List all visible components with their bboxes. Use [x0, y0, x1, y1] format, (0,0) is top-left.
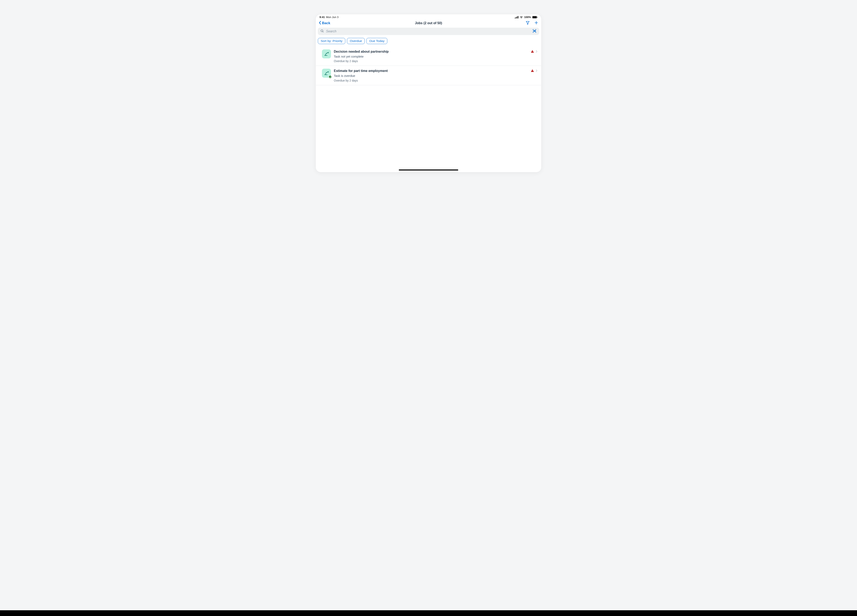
svg-point-17	[326, 53, 327, 54]
job-row-right	[531, 69, 538, 73]
job-title: Estimate for part time employment	[334, 69, 528, 73]
job-title: Decision needed about partnership	[334, 50, 528, 54]
app-window: 9:41 Mon Jun 3 100%	[316, 14, 541, 172]
status-date: Mon Jun 3	[326, 15, 339, 19]
job-row[interactable]: Estimate for part time employmentTask is…	[316, 66, 541, 85]
job-meta: Overdue by 2 days	[334, 79, 528, 82]
job-row-right	[531, 50, 538, 54]
job-text: Decision needed about partnershipTask no…	[334, 50, 528, 63]
check-badge-icon	[328, 75, 332, 79]
svg-point-19	[326, 72, 327, 73]
cellular-icon	[515, 16, 518, 19]
search-icon	[320, 29, 324, 34]
chevron-right-icon	[536, 69, 538, 73]
barcode-scan-button[interactable]	[532, 29, 537, 34]
battery-icon	[532, 16, 538, 19]
page-title: Jobs (2 out of 50)	[415, 21, 442, 25]
status-time: 9:41	[319, 15, 325, 19]
sort-chip[interactable]: Sort by: Priority	[318, 38, 345, 44]
filter-button[interactable]	[526, 21, 530, 26]
svg-rect-1	[516, 17, 517, 19]
filter-chips: Sort by: Priority Overdue Due Today	[316, 35, 541, 46]
job-thumbnail	[322, 50, 331, 59]
job-row[interactable]: Decision needed about partnershipTask no…	[316, 46, 541, 66]
chevron-left-icon	[319, 21, 322, 26]
job-text: Estimate for part time employmentTask is…	[334, 69, 528, 82]
plus-icon	[534, 21, 538, 26]
page-footer-strip	[0, 610, 857, 616]
filter-chip-overdue[interactable]: Overdue	[347, 38, 365, 44]
warning-icon	[531, 50, 534, 54]
filter-icon	[526, 21, 530, 26]
svg-marker-7	[526, 21, 529, 25]
robot-arm-icon	[323, 70, 329, 76]
search-input[interactable]	[326, 29, 530, 33]
home-indicator	[399, 169, 458, 170]
job-list: Decision needed about partnershipTask no…	[316, 46, 541, 85]
chevron-right-icon	[536, 50, 538, 54]
job-subtitle: Task is overdue	[334, 74, 528, 78]
svg-rect-6	[537, 17, 538, 18]
robot-arm-icon	[323, 51, 329, 57]
warning-icon	[531, 69, 534, 73]
svg-rect-5	[533, 16, 537, 18]
job-subtitle: Task not yet complete	[334, 54, 528, 59]
status-bar: 9:41 Mon Jun 3 100%	[316, 14, 541, 19]
wifi-icon	[520, 16, 523, 19]
search-bar[interactable]	[318, 28, 539, 35]
battery-pct: 100%	[524, 15, 531, 19]
filter-chip-due-today[interactable]: Due Today	[367, 38, 387, 44]
job-thumbnail	[322, 69, 331, 78]
nav-header: Back Jobs (2 out of 50)	[316, 19, 541, 28]
svg-rect-0	[515, 18, 515, 19]
add-button[interactable]	[534, 21, 538, 26]
back-button[interactable]: Back	[319, 21, 330, 26]
barcode-icon	[532, 30, 537, 34]
svg-line-11	[323, 31, 323, 32]
job-meta: Overdue by 2 days	[334, 59, 528, 63]
back-label: Back	[322, 21, 330, 25]
svg-rect-3	[518, 16, 518, 19]
svg-rect-2	[517, 16, 517, 19]
